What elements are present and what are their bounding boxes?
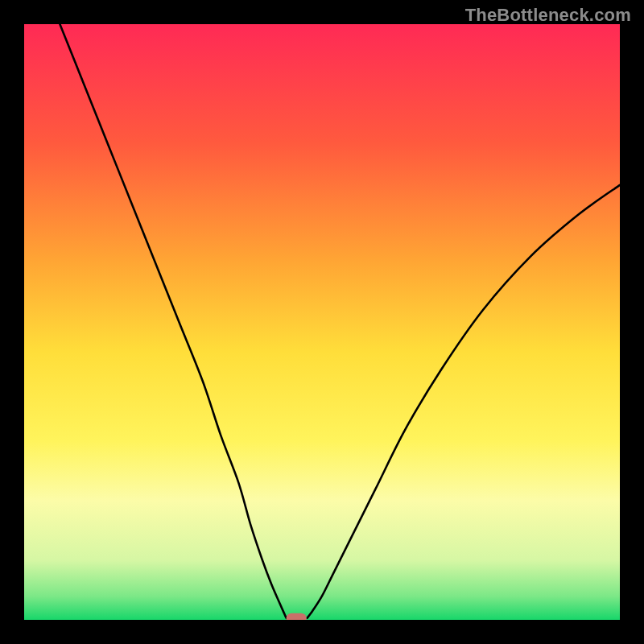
- gradient-background: [24, 24, 620, 620]
- outer-frame: TheBottleneck.com: [0, 0, 644, 644]
- watermark-text: TheBottleneck.com: [465, 5, 631, 26]
- plot-area: [24, 24, 620, 620]
- bottleneck-curve-chart: [24, 24, 620, 620]
- minimum-marker: [287, 613, 307, 620]
